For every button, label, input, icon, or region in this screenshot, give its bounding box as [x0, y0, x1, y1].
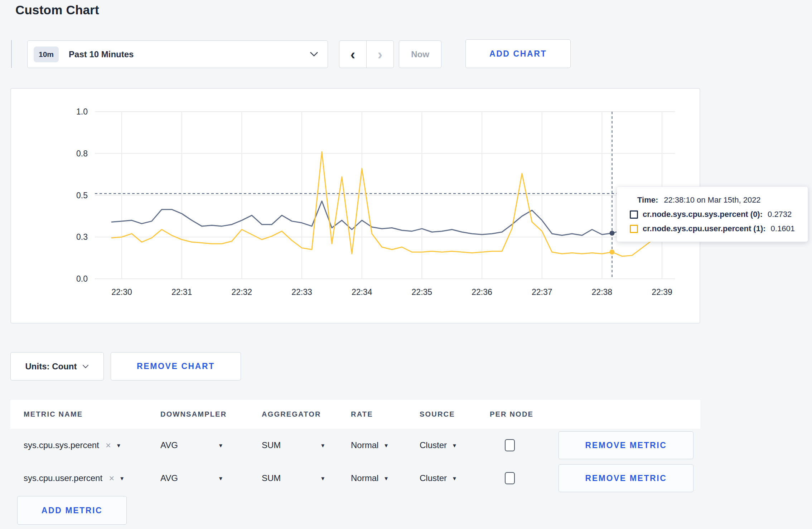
metric-name: sys.cpu.sys.percent — [24, 440, 99, 450]
chevron-right-icon: › — [378, 47, 382, 62]
hover-point-1 — [610, 249, 615, 254]
x-axis-label: 22:30 — [111, 287, 132, 297]
metric-rows: sys.cpu.sys.percent × ▼ AVG▼ SUM▼ Normal… — [10, 429, 700, 495]
downsampler-select[interactable]: AVG▼ — [160, 473, 262, 483]
metric-dropdown-caret-icon[interactable]: ▼ — [119, 475, 125, 481]
aggregator-select[interactable]: SUM▼ — [262, 440, 351, 450]
caret-down-icon: ▼ — [218, 442, 223, 448]
tooltip-time-row: Time: 22:38:10 on Mar 15th, 2022 — [630, 195, 808, 205]
y-axis-label: 0.5 — [76, 191, 88, 200]
tooltip-series-name: cr.node.sys.cpu.sys.percent (0): — [643, 210, 763, 219]
clear-metric-icon[interactable]: × — [106, 441, 111, 450]
custom-chart-page: Custom Chart 10m Past 10 Minutes ‹ › Now… — [0, 0, 812, 529]
caret-down-icon: ▼ — [320, 442, 325, 448]
toolbar-divider — [11, 40, 12, 68]
series-line-1 — [112, 152, 672, 256]
col-downsampler: DOWNSAMPLER — [160, 410, 262, 418]
y-axis-label: 1.0 — [76, 107, 88, 116]
y-axis-label: 0.8 — [76, 149, 88, 158]
remove-metric-button[interactable]: REMOVE METRIC — [559, 431, 693, 459]
series-line-0 — [112, 201, 672, 237]
chevron-down-icon — [82, 364, 89, 369]
remove-chart-button[interactable]: REMOVE CHART — [111, 352, 241, 380]
x-axis-label: 22:35 — [412, 287, 432, 297]
y-axis-label: 0.0 — [76, 274, 88, 283]
series-legend-square-icon — [630, 225, 638, 233]
tooltip-series-row: cr.node.sys.cpu.user.percent (1):0.1601 — [630, 224, 808, 233]
x-axis-label: 22:36 — [472, 287, 492, 297]
metric-row: sys.cpu.sys.percent × ▼ AVG▼ SUM▼ Normal… — [10, 429, 700, 462]
per-node-checkbox[interactable] — [505, 472, 515, 484]
now-button[interactable]: Now — [399, 40, 441, 68]
source-select[interactable]: Cluster▼ — [420, 440, 490, 450]
chevron-left-icon: ‹ — [351, 47, 355, 62]
time-range-dropdown[interactable]: 10m Past 10 Minutes — [27, 40, 328, 68]
x-axis-label: 22:32 — [232, 287, 252, 297]
caret-down-icon: ▼ — [383, 442, 389, 448]
tooltip-series-value: 0.1601 — [771, 224, 795, 233]
tooltip-time-value: 22:38:10 on Mar 15th, 2022 — [664, 195, 760, 205]
time-range-label: Past 10 Minutes — [69, 49, 310, 59]
step-back-button[interactable]: ‹ — [339, 41, 367, 68]
tooltip-time-label: Time: — [637, 195, 658, 205]
metrics-table-header: METRIC NAME DOWNSAMPLER AGGREGATOR RATE … — [10, 400, 700, 429]
caret-down-icon: ▼ — [383, 475, 389, 481]
rate-select[interactable]: Normal▼ — [351, 473, 420, 483]
x-axis-label: 22:31 — [171, 287, 192, 297]
remove-metric-button[interactable]: REMOVE METRIC — [559, 464, 693, 492]
series-legend-square-icon — [630, 210, 638, 219]
time-range-badge: 10m — [34, 47, 59, 62]
clear-metric-icon[interactable]: × — [109, 474, 114, 483]
tooltip-series-name: cr.node.sys.cpu.user.percent (1): — [643, 224, 766, 233]
col-source: SOURCE — [420, 410, 490, 418]
add-chart-button[interactable]: ADD CHART — [465, 39, 571, 68]
caret-down-icon: ▼ — [452, 475, 457, 481]
y-axis-label: 0.3 — [76, 232, 88, 242]
per-node-checkbox[interactable] — [505, 439, 515, 451]
chart-canvas[interactable]: 0.00.30.50.81.022:3022:3122:3222:3322:34… — [11, 89, 700, 323]
caret-down-icon: ▼ — [218, 475, 223, 481]
metric-row: sys.cpu.user.percent × ▼ AVG▼ SUM▼ Norma… — [10, 462, 700, 495]
chart-card: 0.00.30.50.81.022:3022:3122:3222:3322:34… — [10, 88, 700, 324]
rate-select[interactable]: Normal▼ — [351, 440, 420, 450]
chart-tooltip: Time: 22:38:10 on Mar 15th, 2022 cr.node… — [617, 186, 808, 242]
hover-point-0 — [610, 230, 615, 236]
x-axis-label: 22:34 — [352, 287, 372, 297]
x-axis-label: 22:38 — [592, 287, 613, 297]
step-forward-button[interactable]: › — [367, 41, 393, 68]
x-axis-label: 22:33 — [291, 287, 312, 297]
col-per-node: PER NODE — [490, 410, 561, 418]
metric-name: sys.cpu.user.percent — [24, 473, 102, 483]
aggregator-select[interactable]: SUM▼ — [262, 473, 351, 483]
caret-down-icon: ▼ — [320, 475, 325, 481]
x-axis-label: 22:37 — [532, 287, 552, 297]
col-metric-name: METRIC NAME — [24, 410, 160, 418]
source-select[interactable]: Cluster▼ — [420, 473, 490, 483]
add-metric-button[interactable]: ADD METRIC — [17, 496, 127, 525]
metric-dropdown-caret-icon[interactable]: ▼ — [116, 442, 121, 448]
time-step-buttons: ‹ › — [339, 40, 394, 68]
tooltip-series-row: cr.node.sys.cpu.sys.percent (0):0.2732 — [630, 210, 808, 219]
tooltip-series-value: 0.2732 — [768, 210, 792, 219]
tooltip-series-rows: cr.node.sys.cpu.sys.percent (0):0.2732cr… — [630, 210, 808, 233]
caret-down-icon: ▼ — [452, 442, 457, 448]
units-dropdown[interactable]: Units: Count — [10, 352, 104, 380]
col-aggregator: AGGREGATOR — [262, 410, 351, 418]
col-rate: RATE — [351, 410, 420, 418]
chevron-down-icon — [310, 52, 318, 57]
x-axis-label: 22:39 — [652, 287, 672, 297]
downsampler-select[interactable]: AVG▼ — [160, 440, 262, 450]
page-title: Custom Chart — [15, 3, 99, 17]
